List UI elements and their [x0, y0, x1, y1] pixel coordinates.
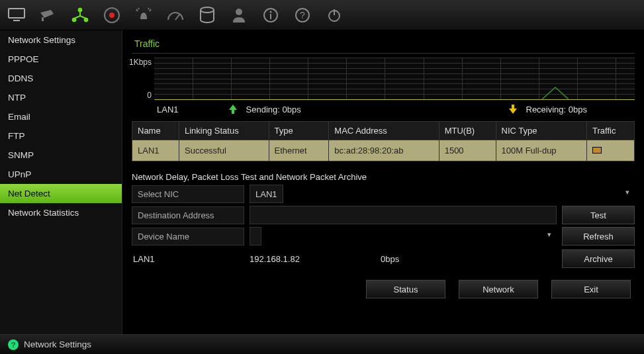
traffic-graph [154, 58, 635, 100]
cell-mac: bc:ad:28:98:20:ab [329, 140, 439, 161]
sidebar-item-email[interactable]: Email [0, 107, 122, 126]
statusbar-text: Network Settings [24, 339, 91, 349]
sidebar-item-label: NTP [8, 93, 26, 103]
table-row[interactable]: LAN1 Successful Ethernet bc:ad:28:98:20:… [132, 140, 635, 161]
svg-text:?: ? [300, 10, 305, 21]
bottom-button-row: Status Network Exit [132, 280, 635, 298]
sidebar-item-pppoe[interactable]: PPPOE [0, 50, 122, 69]
traffic-graph-wrap: 1Kbps 0 [132, 58, 635, 100]
help-icon[interactable]: ? [293, 5, 312, 25]
dashboard-icon[interactable] [165, 5, 185, 25]
svg-rect-0 [9, 9, 24, 18]
camera-icon[interactable] [38, 5, 58, 25]
cell-nictype: 100M Full-dup [496, 140, 586, 161]
sidebar: Network Settings PPPOE DDNS NTP Email FT… [0, 30, 122, 334]
sidebar-item-label: PPPOE [8, 54, 39, 64]
status-ip: 192.168.1.82 [250, 251, 375, 267]
archive-button[interactable]: Archive [562, 249, 635, 268]
sidebar-item-label: DDNS [8, 73, 33, 83]
arrow-down-icon [508, 104, 518, 114]
main-area: Network Settings PPPOE DDNS NTP Email FT… [0, 30, 644, 334]
device-name-dropdown[interactable] [250, 227, 261, 245]
col-linking-status[interactable]: Linking Status [179, 122, 269, 140]
svg-point-3 [78, 8, 82, 12]
status-rate: 0bps [381, 251, 557, 267]
row-archive-status: LAN1 192.168.1.82 0bps Archive [132, 249, 635, 268]
sidebar-item-network-statistics[interactable]: Network Statistics [0, 203, 122, 222]
sidebar-item-snmp[interactable]: SNMP [0, 146, 122, 165]
sidebar-item-label: Net Detect [8, 189, 50, 199]
status-interface: LAN1 [132, 251, 244, 267]
sidebar-item-label: Network Settings [8, 35, 75, 45]
sending-label: Sending: 0bps [246, 105, 301, 114]
col-mtu[interactable]: MTU(B) [439, 122, 496, 140]
sidebar-item-upnp[interactable]: UPnP [0, 165, 122, 184]
row-destination: Destination Address Test [132, 206, 635, 224]
cell-traffic[interactable] [586, 140, 634, 161]
section-title: Traffic [132, 36, 635, 54]
sidebar-item-label: Network Statistics [8, 208, 79, 218]
top-toolbar: ? [0, 0, 644, 30]
col-nic-type[interactable]: NIC Type [496, 122, 586, 140]
svg-rect-13 [270, 14, 271, 19]
status-bar: ? Network Settings [0, 334, 644, 354]
svg-rect-2 [42, 17, 44, 21]
cell-mtu: 1500 [439, 140, 496, 161]
sidebar-item-label: Email [8, 112, 30, 122]
svg-point-12 [270, 11, 272, 13]
col-name[interactable]: Name [132, 122, 179, 140]
col-mac[interactable]: MAC Address [329, 122, 439, 140]
monitor-icon[interactable] [7, 5, 26, 25]
sidebar-item-network-settings[interactable]: Network Settings [0, 30, 122, 50]
hdd-icon[interactable] [197, 5, 217, 25]
interface-label: LAN1 [157, 105, 179, 114]
y-bottom-label: 0 [147, 91, 152, 100]
cell-type: Ethernet [269, 140, 329, 161]
col-traffic[interactable]: Traffic [586, 122, 634, 140]
sidebar-item-ftp[interactable]: FTP [0, 126, 122, 146]
sidebar-item-label: FTP [8, 131, 25, 141]
arrow-up-icon [228, 104, 238, 114]
svg-point-9 [201, 7, 214, 13]
svg-rect-1 [13, 20, 20, 21]
device-name-label: Device Name [132, 228, 244, 245]
info-icon[interactable] [261, 5, 281, 25]
receiving-spike [542, 86, 569, 99]
user-icon[interactable] [229, 5, 249, 25]
network-button[interactable]: Network [459, 280, 538, 298]
traffic-legend: LAN1 Sending: 0bps Receiving: 0bps [132, 100, 635, 121]
select-nic-label: Select NIC [132, 185, 244, 203]
exit-button[interactable]: Exit [551, 280, 631, 298]
alarm-icon[interactable] [134, 5, 154, 25]
record-icon[interactable] [102, 5, 122, 25]
chart-icon[interactable] [592, 147, 602, 154]
svg-point-7 [109, 13, 115, 18]
traffic-yaxis: 1Kbps 0 [132, 58, 154, 100]
test-button[interactable]: Test [562, 206, 635, 224]
sidebar-item-ddns[interactable]: DDNS [0, 69, 122, 88]
power-icon[interactable] [324, 5, 344, 25]
col-type[interactable]: Type [269, 122, 329, 140]
sidebar-item-ntp[interactable]: NTP [0, 88, 122, 107]
status-button[interactable]: Status [366, 280, 445, 298]
cell-name: LAN1 [132, 140, 179, 161]
sidebar-item-label: UPnP [8, 169, 31, 179]
cell-status: Successful [179, 140, 269, 161]
destination-input[interactable] [250, 206, 557, 224]
sidebar-item-label: SNMP [8, 150, 34, 160]
svg-line-8 [175, 15, 179, 20]
y-top-label: 1Kbps [129, 58, 152, 67]
receiving-label: Receiving: 0bps [526, 105, 588, 114]
content-panel: Traffic 1Kbps 0 LAN1 Sending: 0bps Recei… [122, 30, 644, 334]
row-device-name: Device Name Refresh [132, 227, 635, 245]
destination-label: Destination Address [132, 206, 244, 224]
row-select-nic: Select NIC LAN1 [132, 185, 635, 203]
refresh-button[interactable]: Refresh [562, 227, 635, 245]
sidebar-item-net-detect[interactable]: Net Detect [0, 184, 122, 203]
nic-table: Name Linking Status Type MAC Address MTU… [132, 121, 635, 161]
svg-point-10 [236, 9, 242, 15]
test-section-header: Network Delay, Packet Loss Test and Netw… [132, 172, 635, 182]
help-badge-icon[interactable]: ? [8, 339, 19, 350]
network-icon[interactable] [70, 5, 90, 25]
select-nic-dropdown[interactable]: LAN1 [250, 185, 283, 203]
